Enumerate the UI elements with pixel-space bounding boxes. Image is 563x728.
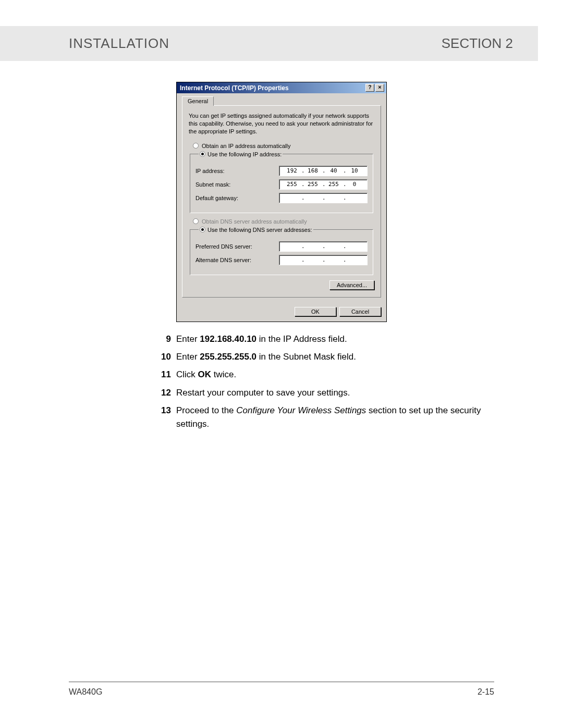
instruction-steps: 9 Enter 192.168.40.10 in the IP Address … [157, 332, 494, 431]
radio-icon [193, 218, 199, 224]
alt-dns-label: Alternate DNS server: [195, 257, 263, 263]
pref-dns-label: Preferred DNS server: [195, 243, 263, 250]
step-11: 11 Click OK twice. [157, 368, 494, 381]
page-footer: WA840G 2-15 [69, 682, 494, 697]
radio-auto-dns-label: Obtain DNS server address automatically [202, 218, 307, 225]
step-13: 13 Proceed to the Configure Your Wireles… [157, 404, 494, 431]
footer-model: WA840G [69, 687, 102, 697]
gateway-label: Default gateway: [195, 195, 263, 201]
step-9: 9 Enter 192.168.40.10 in the IP Address … [157, 332, 494, 346]
radio-auto-ip[interactable]: Obtain an IP address automatically [193, 143, 374, 149]
subnet-input[interactable]: 255. 255. 255. 0 [279, 179, 368, 190]
step-10: 10 Enter 255.255.255.0 in the Subnet Mas… [157, 350, 494, 364]
radio-manual-dns[interactable]: Use the following DNS server addresses: [199, 227, 313, 233]
footer-page: 2-15 [478, 687, 494, 697]
header-left: INSTALLATION [69, 35, 169, 52]
radio-manual-ip-label: Use the following IP address: [207, 151, 282, 157]
radio-icon [200, 151, 205, 157]
step-12: 12 Restart your computer to save your se… [157, 386, 494, 400]
radio-icon [200, 227, 205, 232]
gateway-input[interactable]: . . . [279, 193, 368, 203]
alt-dns-input[interactable]: . . . [279, 255, 368, 265]
dialog-description: You can get IP settings assigned automat… [189, 112, 374, 135]
radio-manual-dns-label: Use the following DNS server addresses: [207, 227, 312, 233]
radio-icon [193, 143, 199, 149]
advanced-button[interactable]: Advanced... [329, 280, 374, 290]
help-icon[interactable]: ? [365, 84, 374, 92]
radio-auto-dns: Obtain DNS server address automatically [193, 218, 374, 225]
close-icon[interactable]: × [375, 84, 384, 92]
manual-dns-group: Use the following DNS server addresses: … [190, 227, 373, 275]
radio-auto-ip-label: Obtain an IP address automatically [202, 143, 290, 149]
dialog-title: Internet Protocol (TCP/IP) Properties [180, 84, 289, 92]
radio-manual-ip[interactable]: Use the following IP address: [199, 151, 283, 157]
cancel-button[interactable]: Cancel [339, 307, 381, 316]
tcpip-properties-dialog: Internet Protocol (TCP/IP) Properties ? … [176, 82, 387, 322]
page-header: INSTALLATION SECTION 2 [0, 26, 538, 61]
tab-general[interactable]: General [182, 96, 214, 106]
ok-button[interactable]: OK [295, 307, 336, 316]
manual-ip-group: Use the following IP address: IP address… [190, 151, 373, 213]
subnet-label: Subnet mask: [195, 181, 263, 188]
titlebar[interactable]: Internet Protocol (TCP/IP) Properties ? … [177, 82, 386, 93]
ip-input[interactable]: 192. 168. 40. 10 [279, 166, 368, 176]
pref-dns-input[interactable]: . . . [279, 241, 368, 252]
header-right: SECTION 2 [442, 35, 513, 52]
ip-label: IP address: [195, 168, 263, 174]
